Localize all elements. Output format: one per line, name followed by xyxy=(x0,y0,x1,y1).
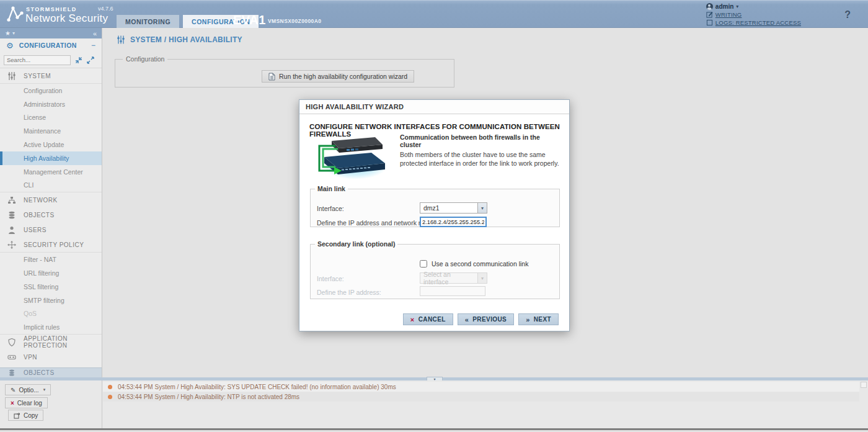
sidebar-item-management-center[interactable]: Management Center xyxy=(0,165,102,179)
secondary-link-fieldset: Secondary link (optional) Use a second c… xyxy=(310,240,560,299)
sidebar-section-objects[interactable]: OBJECTS xyxy=(0,207,102,222)
section-label: NETWORK xyxy=(24,197,58,204)
firewall-cluster-illustration xyxy=(311,132,390,182)
copy-icon xyxy=(14,412,20,419)
secondary-link-legend: Secondary link (optional) xyxy=(315,240,397,248)
copy-label: Copy xyxy=(24,412,38,419)
chevron-double-right-icon: » xyxy=(526,316,530,323)
stormshield-logo xyxy=(6,5,24,24)
previous-label: PREVIOUS xyxy=(472,316,507,323)
log-options-button[interactable]: ✎ Optio... ▾ xyxy=(5,384,51,395)
log-entry-text: 04:53:44 PM System / High Availability: … xyxy=(118,384,396,390)
writing-mode-link[interactable]: WRITING xyxy=(706,11,801,19)
database-icon xyxy=(7,369,16,376)
sidebar: ★ ▾ « ⚙ CONFIGURATION − SYSTEM Configura… xyxy=(0,28,102,377)
sidebar-item-license[interactable]: License xyxy=(0,111,102,125)
item-label: Implicit rules xyxy=(24,323,60,331)
cancel-button[interactable]: × CANCEL xyxy=(403,313,453,325)
sidebar-section-users[interactable]: USERS xyxy=(0,222,102,237)
copy-log-button[interactable]: Copy xyxy=(8,410,43,421)
sidebar-item-active-update[interactable]: Active Update xyxy=(0,138,102,151)
sidebar-item-administrators[interactable]: Administrators xyxy=(0,97,102,111)
chevron-down-icon: ▾ xyxy=(43,387,46,392)
collapse-all-icon[interactable] xyxy=(75,56,82,64)
sidebar-section-vpn[interactable]: VPN xyxy=(0,349,102,364)
help-icon[interactable]: ? xyxy=(844,9,851,20)
writing-link-label: WRITING xyxy=(715,11,742,18)
favorites-star-icon[interactable]: ★ xyxy=(5,30,11,37)
sidebar-item-url-filtering[interactable]: URL filtering xyxy=(0,266,102,280)
item-label: Active Update xyxy=(24,141,64,148)
close-icon: × xyxy=(410,316,415,323)
item-label: SSL filtering xyxy=(24,283,58,290)
secondary-ip-label: Define the IP address: xyxy=(317,289,381,296)
item-label: Filter - NAT xyxy=(24,256,56,263)
sidebar-item-smtp-filtering[interactable]: SMTP filtering xyxy=(0,294,102,307)
sidebar-section-application-protection[interactable]: APPLICATION PROTECTION xyxy=(0,335,102,349)
sidebar-item-filter-nat[interactable]: Filter - NAT xyxy=(0,253,102,266)
next-button[interactable]: » NEXT xyxy=(518,313,559,325)
sidebar-item-implicit-rules[interactable]: Implicit rules xyxy=(0,320,102,334)
clear-log-button[interactable]: × Clear log xyxy=(5,397,48,408)
firewall-name: EVA1 xyxy=(233,13,266,27)
favorites-strip: ★ ▾ « xyxy=(0,28,102,38)
log-panel: ✎ Optio... ▾ × Clear log Copy 04:53:44 P… xyxy=(0,380,868,430)
item-label: Management Center xyxy=(24,168,83,176)
previous-button[interactable]: « PREVIOUS xyxy=(458,313,514,325)
cancel-label: CANCEL xyxy=(418,316,446,323)
ip-mask-label: Define the IP address and network mask: xyxy=(317,219,436,227)
user-menu[interactable]: admin ▾ xyxy=(706,2,801,11)
item-label: Configuration xyxy=(24,87,62,94)
user-icon xyxy=(7,226,16,234)
sidebar-section-network[interactable]: NETWORK xyxy=(0,192,102,207)
collapse-sidebar-icon[interactable]: « xyxy=(93,30,97,37)
search-input[interactable] xyxy=(4,55,71,65)
sidebar-section-security-policy[interactable]: SECURITY POLICY xyxy=(0,237,102,252)
dialog-intro-bold: Communication between both firewalls in … xyxy=(400,133,561,148)
sidebar-item-ssl-filtering[interactable]: SSL filtering xyxy=(0,280,102,294)
ha-wizard-dialog: HIGH AVAILABILITY WIZARD CONFIGURE NETWO… xyxy=(299,99,570,331)
interface-select-value: dmz1 xyxy=(420,202,477,214)
run-wizard-button[interactable]: Run the high availability configuration … xyxy=(262,70,414,83)
second-link-checkbox[interactable] xyxy=(420,260,427,268)
vpn-tunnel-icon xyxy=(7,353,16,361)
interface-select[interactable]: dmz1 ▾ xyxy=(420,202,487,214)
sidebar-item-configuration[interactable]: Configuration xyxy=(0,84,102,97)
clear-log-label: Clear log xyxy=(17,400,42,407)
collapse-section-icon[interactable]: − xyxy=(91,41,95,50)
sidebar-item-cli[interactable]: CLI xyxy=(0,179,102,192)
sidebar-item-maintenance[interactable]: Maintenance xyxy=(0,124,102,138)
brand-name: STORMSHIELD xyxy=(26,6,77,12)
tab-monitoring[interactable]: MONITORING xyxy=(117,15,179,29)
configuration-panel: Configuration Run the high availability … xyxy=(115,55,454,88)
secondary-interface-label: Interface: xyxy=(317,275,344,282)
sidebar-configuration-header[interactable]: ⚙ CONFIGURATION − xyxy=(0,38,102,52)
close-icon: × xyxy=(11,400,14,407)
second-link-checkbox-label: Use a second communication link xyxy=(432,260,528,268)
logs-access-link[interactable]: LOGS: RESTRICTED ACCESS xyxy=(706,19,801,27)
main-link-legend: Main link xyxy=(315,185,348,192)
main-link-fieldset: Main link Interface: dmz1 ▾ Define the I… xyxy=(310,185,560,227)
item-label: License xyxy=(24,114,46,121)
user-name: admin xyxy=(715,3,733,10)
chevron-down-icon: ▾ xyxy=(477,272,487,284)
database-icon xyxy=(7,211,16,219)
item-label: CLI xyxy=(24,181,33,189)
favorites-caret-icon[interactable]: ▾ xyxy=(12,30,15,36)
log-actions: ✎ Optio... ▾ × Clear log Copy xyxy=(0,380,102,428)
network-icon xyxy=(7,196,16,204)
sidebar-section-system[interactable]: SYSTEM xyxy=(0,68,102,83)
expand-all-icon[interactable] xyxy=(87,56,94,64)
section-label: SECURITY POLICY xyxy=(24,241,84,248)
log-scrollbar[interactable] xyxy=(861,382,867,388)
log-entry[interactable]: 04:53:44 PM System / High Availability: … xyxy=(103,382,859,392)
sidebar-item-high-availability[interactable]: High Availability xyxy=(0,151,102,165)
sidebar-item-qos[interactable]: QoS xyxy=(0,307,102,321)
log-entry[interactable]: 04:53:44 PM System / High Availability: … xyxy=(103,392,859,402)
sidebar-search xyxy=(0,52,102,68)
gear-icon: ⚙ xyxy=(6,41,14,50)
ip-mask-input[interactable] xyxy=(420,217,487,227)
secondary-interface-select: Select an interface ▾ xyxy=(420,272,487,284)
sidebar-footer-objects[interactable]: OBJECTS xyxy=(0,367,102,377)
dialog-buttons: × CANCEL « PREVIOUS » NEXT xyxy=(403,313,559,325)
